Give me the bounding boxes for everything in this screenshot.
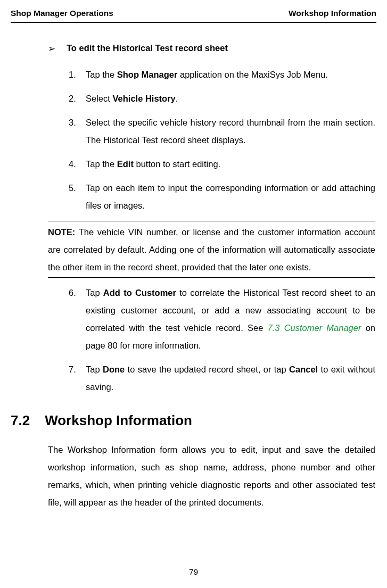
running-header: Shop Manager Operations Workshop Informa…: [11, 5, 376, 23]
triangle-bullet-icon: ➢: [48, 40, 55, 57]
note-label: NOTE:: [48, 227, 75, 237]
step-item: Tap Done to save the updated record shee…: [69, 361, 375, 396]
procedure-heading: ➢ To edit the Historical Test record she…: [48, 40, 375, 57]
main-content: ➢ To edit the Historical Test record she…: [11, 40, 376, 511]
header-right: Workshop Information: [289, 5, 376, 21]
header-left: Shop Manager Operations: [11, 5, 113, 21]
page-number: 79: [0, 564, 387, 579]
page-container: Shop Manager Operations Workshop Informa…: [0, 0, 387, 511]
cross-reference-link[interactable]: 7.3 Customer Manager: [268, 323, 361, 333]
step-item: Tap on each item to input the correspond…: [69, 179, 375, 214]
step-item: Select the specific vehicle history reco…: [69, 114, 375, 149]
step-item: Tap the Shop Manager application on the …: [69, 66, 375, 84]
note-box: NOTE: The vehicle VIN number, or license…: [48, 221, 375, 278]
step-item: Tap the Edit button to start editing.: [69, 155, 375, 173]
section-number: 7.2: [11, 408, 30, 434]
steps-list: Tap the Shop Manager application on the …: [48, 66, 375, 214]
steps-list-continued: Tap Add to Customer to correlate the His…: [48, 284, 375, 396]
note-text: The vehicle VIN number, or license and t…: [48, 227, 375, 272]
section-body: The Workshop Information form allows you…: [48, 441, 375, 511]
step-item: Select Vehicle History.: [69, 90, 375, 107]
step-item: Tap Add to Customer to correlate the His…: [69, 284, 375, 354]
section-title: Workshop Information: [45, 408, 192, 434]
section-heading: 7.2 Workshop Information: [11, 408, 375, 434]
procedure-title: To edit the Historical Test record sheet: [67, 40, 228, 56]
